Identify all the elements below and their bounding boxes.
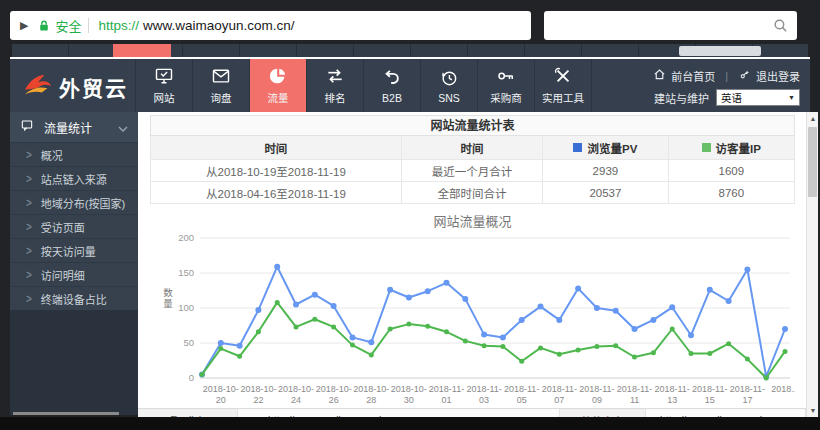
svg-text:20: 20: [216, 395, 226, 405]
bottom-dark-strip: [0, 417, 820, 430]
scroll-up-arrow-icon[interactable]: ▲: [807, 112, 819, 125]
search-icon[interactable]: [772, 17, 789, 34]
svg-text:2018-10-: 2018-10-: [391, 384, 427, 394]
top-navbar: 外贸云 网站询盘流量排名B2BSNS采购商实用工具 前台首页 | 退出登录 建站…: [10, 59, 810, 112]
chevron-down-icon: [118, 118, 128, 136]
cell-range: 从2018-10-19至2018-11-19: [151, 160, 402, 181]
nav-item-b2b-return-arrow[interactable]: B2B: [364, 59, 421, 112]
svg-text:03: 03: [479, 395, 489, 405]
svg-text:2018-10-: 2018-10-: [203, 384, 239, 394]
maintain-label: 建站与维护: [654, 90, 709, 106]
nav-item-buyer-key[interactable]: 采购商: [478, 59, 535, 112]
svg-text:30: 30: [404, 395, 414, 405]
nav-item-label: 网站: [154, 90, 175, 105]
website-monitor-icon: [154, 66, 174, 86]
sidebar-item[interactable]: >终端设备占比: [10, 286, 138, 310]
lock-icon: [37, 18, 51, 34]
svg-text:2018-11-: 2018-11-: [579, 384, 614, 394]
ranking-arrows-icon: [325, 66, 345, 86]
nav-item-sns-history[interactable]: SNS: [421, 59, 478, 112]
select-caret-icon: ▼: [788, 94, 795, 101]
nav-item-traffic-pie[interactable]: 流量: [250, 59, 307, 112]
security-label: 安全: [55, 16, 81, 35]
nav-right-zone: 前台首页 | 退出登录 建站与维护 英语 ▼: [570, 59, 800, 112]
nav-item-label: 排名: [325, 90, 346, 105]
chat-panel-icon: [20, 118, 34, 136]
logout-key-icon: [738, 67, 751, 85]
link-divider: |: [725, 70, 728, 82]
scroll-down-arrow-icon[interactable]: ▼: [807, 404, 819, 417]
nav-item-website-monitor[interactable]: 网站: [136, 59, 193, 112]
nav-item-label: 采购商: [490, 90, 522, 105]
chevron-right-icon: >: [26, 243, 32, 257]
url-text[interactable]: www.waimaoyun.com.cn/: [143, 18, 295, 33]
language-value: 英语: [721, 90, 742, 105]
nav-item-label: B2B: [382, 92, 402, 104]
nav-menu: 网站询盘流量排名B2BSNS采购商实用工具: [135, 59, 592, 112]
site-language-label: 简体中文: [560, 409, 646, 417]
svg-text:05: 05: [517, 395, 527, 405]
site-url-link[interactable]: http://cn.sealine-supply.com: [646, 409, 806, 417]
col-header-ip: 访客量IP: [669, 136, 794, 159]
sidebar: 流量统计 >概况>站点链入来源>地域分布(按国家)>受访页面>按天访问量>访问明…: [10, 112, 138, 415]
content-scrollbar[interactable]: ▲ ▼: [806, 112, 818, 417]
table-row: 从2018-10-19至2018-11-19 最近一个月合计 2939 1609: [150, 160, 795, 182]
play-icon[interactable]: ▶: [20, 20, 28, 31]
chevron-right-icon: >: [26, 291, 32, 305]
sidebar-item[interactable]: >受访页面: [10, 214, 138, 238]
browser-search-box[interactable]: [544, 11, 797, 40]
chevron-right-icon: >: [26, 267, 32, 281]
svg-text:2018-10-: 2018-10-: [278, 384, 314, 394]
logo-text: 外贸云: [59, 72, 128, 102]
svg-text:13: 13: [667, 395, 677, 405]
svg-text:2018-11-: 2018-11-: [654, 384, 689, 394]
front-home-link[interactable]: 前台首页: [671, 68, 715, 84]
brand-logo[interactable]: 外贸云: [22, 70, 128, 104]
chevron-right-icon: >: [26, 171, 32, 185]
sidebar-item-label: 终端设备占比: [41, 291, 107, 307]
sidebar-item-label: 站点链入来源: [41, 171, 107, 187]
svg-text:200: 200: [178, 232, 194, 243]
search-input[interactable]: [544, 11, 772, 40]
sidebar-item-label: 地域分布(按国家): [41, 195, 125, 211]
sidebar-item[interactable]: >按天访问量: [10, 238, 138, 262]
svg-text:2018-11-: 2018-11-: [692, 384, 727, 394]
svg-text:26: 26: [329, 395, 339, 405]
logout-link[interactable]: 退出登录: [756, 68, 800, 84]
col-header-time-range: 时间: [151, 136, 402, 159]
svg-text:28: 28: [366, 395, 376, 405]
svg-text:22: 22: [253, 395, 263, 405]
svg-text:2018-11-: 2018-11-: [730, 384, 765, 394]
svg-text:2018-11-: 2018-11-: [466, 384, 501, 394]
buyer-key-icon: [496, 66, 516, 86]
cell-period: 全部时间合计: [402, 182, 543, 203]
address-bar[interactable]: ▶ 安全 https:// www.waimaoyun.com.cn/: [10, 11, 531, 40]
svg-text:2018-10-: 2018-10-: [316, 384, 352, 394]
nav-item-ranking-arrows[interactable]: 排名: [307, 59, 364, 112]
nav-item-inquiry-mail[interactable]: 询盘: [193, 59, 250, 112]
svg-text:24: 24: [291, 395, 301, 405]
b2b-return-arrow-icon: [382, 68, 402, 88]
svg-text:11: 11: [630, 395, 639, 405]
sidebar-item[interactable]: >概况: [10, 142, 138, 166]
language-select[interactable]: 英语 ▼: [716, 89, 800, 106]
sidebar-item[interactable]: >站点链入来源: [10, 166, 138, 190]
svg-text:100: 100: [178, 302, 194, 313]
svg-text:2018-10-: 2018-10-: [240, 384, 276, 394]
nav-item-label: 流量: [268, 90, 289, 105]
scrollbar-thumb[interactable]: [808, 127, 817, 197]
app-screen: ▶ 安全 https:// www.waimaoyun.com.cn/ 外贸云: [0, 0, 820, 430]
sidebar-item-label: 概况: [41, 147, 63, 163]
inquiry-mail-icon: [211, 66, 231, 86]
ghost-active-segment: [113, 44, 171, 57]
home-icon: [653, 67, 666, 85]
sidebar-item-label: 受访页面: [41, 219, 85, 235]
sidebar-header-traffic-stats[interactable]: 流量统计: [10, 112, 138, 142]
site-url-link[interactable]: http://www.sealine-supply.com: [238, 409, 560, 417]
sidebar-item-list: >概况>站点链入来源>地域分布(按国家)>受访页面>按天访问量>访问明细>终端设…: [10, 142, 138, 310]
ip-legend-square: [702, 143, 711, 152]
sidebar-item[interactable]: >访问明细: [10, 262, 138, 286]
sidebar-item[interactable]: >地域分布(按国家): [10, 190, 138, 214]
svg-text:09: 09: [592, 395, 602, 405]
ghost-select-segment: [679, 46, 761, 56]
